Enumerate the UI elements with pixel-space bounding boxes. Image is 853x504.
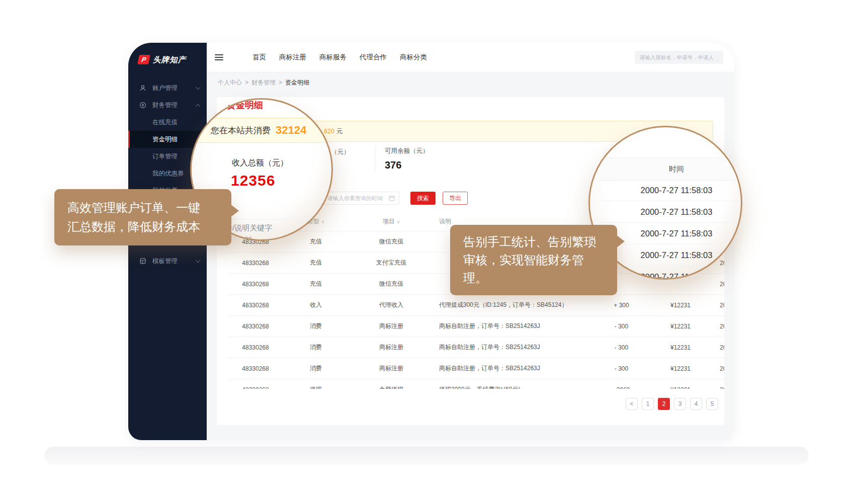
nav-tab-trademark-category[interactable]: 商标分类 [400,53,427,62]
stat-divider [375,146,375,172]
pagination-page-3[interactable]: 3 [674,398,686,410]
lens-income-label: 收入总额（元） [232,158,288,169]
user-icon [139,85,146,92]
stat-label-fragment: （元） [331,148,350,156]
chevron-down-icon [196,85,201,90]
sort-project[interactable]: 项目∨ [349,212,434,231]
sidebar-item-label: 财务管理 [152,101,196,110]
table-row: 48330268消费商标注册商标自助注册，订单号：SB2514263J- 300… [228,316,724,337]
nav-tabs: 首页 商标注册 商标服务 代理合作 商标分类 [252,53,427,62]
lens-time-value: 2000-7-27 11:58:03 [600,180,742,201]
callout-tail-right [616,235,625,248]
sort-caret-icon: ∨ [321,219,325,224]
laptop-mockup: P 头牌知产 · · · · · · · 账户管理 财务管理 [0,0,853,504]
sidebar-item-label: 模板管理 [152,257,196,266]
breadcrumb: 个人中心 > 财务管理 > 资金明细 [207,72,734,93]
sidebar-item-label: 账户管理 [152,84,196,93]
brand-name: 头牌知产 [153,55,186,65]
export-button[interactable]: 导出 [443,192,468,205]
pagination: < 1 2 3 4 5 [626,398,718,410]
top-navbar: 首页 商标注册 商标服务 代理合作 商标分类 [207,43,734,72]
sidebar-item-account[interactable]: 账户管理 [128,79,207,97]
pagination-page-2-active[interactable]: 2 [658,398,670,410]
brand-tagline: · · · · · · · [153,66,186,69]
laptop-base [44,447,809,465]
lens-consumption-banner: 您在本站共消费 32124 [190,118,333,143]
finance-icon [139,102,146,109]
sort-caret-icon: ∨ [397,219,400,224]
available-balance-stat: 可用余额（元） 376 [385,147,429,171]
nav-tab-home[interactable]: 首页 [252,53,266,62]
pagination-page-5[interactable]: 5 [706,398,718,410]
brand-logo: P 头牌知产 · · · · · · · [128,43,207,69]
callout-smart-finance: 告别手工统计、告别繁琐 审核，实现智能财务管 理。 [450,225,617,295]
search-button[interactable]: 搜索 [410,192,436,205]
callout-account-orders: 高效管理账户订单、一键 汇总数据，降低财务成本 [54,189,231,245]
table-row: 48330268提现余额提现提现3000元，手续费2%(60元)- 3060¥1… [228,379,724,389]
sidebar-item-finance[interactable]: 财务管理 [128,97,207,114]
lens-time-header: 时间 [600,157,742,181]
calendar-icon [389,195,395,201]
nav-tab-trademark-register[interactable]: 商标注册 [279,53,306,62]
pagination-page-1[interactable]: 1 [642,398,654,410]
hamburger-menu-icon[interactable] [215,54,223,60]
lens-time-value: 2000-7-27 11:58:03 [600,201,742,223]
table-row: 48330268消费商标注册商标自助注册，订单号：SB2514263J- 300… [228,337,724,358]
lens-income-value: 12356 [231,172,275,189]
sidebar-item-template[interactable]: 模板管理 [128,253,207,270]
nav-tab-trademark-service[interactable]: 商标服务 [319,53,347,62]
sidebar-item-online-recharge[interactable]: 在线充值 [128,114,207,131]
brand-logo-icon: P [137,55,150,64]
table-row: 48330268消费商标注册商标自助注册，订单号：SB2514263J- 300… [228,358,724,379]
template-icon [139,258,146,265]
pagination-prev-button[interactable]: < [626,398,638,410]
trademark-search-input[interactable] [635,51,723,64]
date-query-input[interactable]: 请输入你要查询的时间 [323,192,399,205]
chevron-down-icon [196,258,201,263]
nav-tab-agency[interactable]: 代理合作 [360,53,387,62]
pagination-page-4[interactable]: 4 [690,398,702,410]
chevron-up-icon [196,104,201,109]
callout-tail-right [230,204,239,217]
table-row: 48330268收入代理收入代理提成300元（ID:1245，订单号：SB451… [228,295,724,316]
banner-amount: 820 [324,128,334,135]
banner-unit: 元 [336,127,343,136]
